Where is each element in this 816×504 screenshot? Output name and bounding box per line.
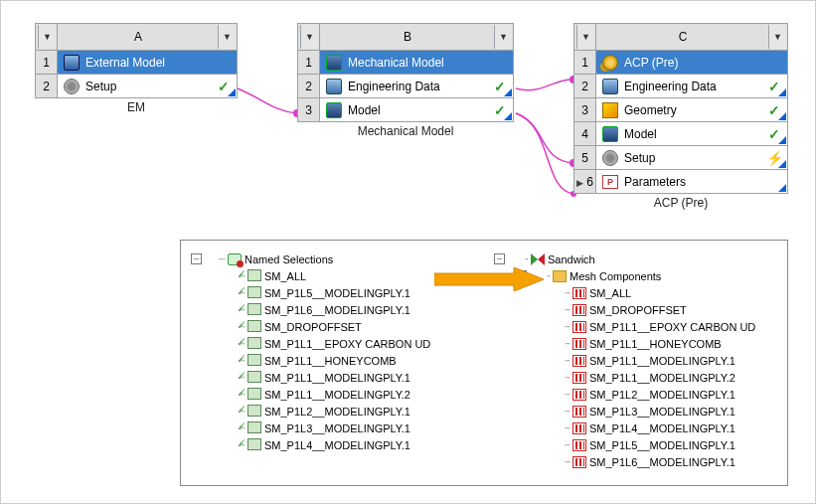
cogs-icon: [602, 55, 618, 71]
tree-item[interactable]: SM_ALL: [264, 270, 306, 282]
row-header-blank[interactable]: ▼: [574, 24, 596, 51]
component-cell[interactable]: Engineering Data✓: [596, 75, 788, 98]
row-header-blank[interactable]: ▼: [36, 24, 58, 51]
component-cell[interactable]: Setup✓: [58, 75, 238, 98]
system-acp-pre[interactable]: ▼ C▼ 1ACP (Pre)2Engineering Data✓3Geomet…: [573, 23, 788, 210]
mesh-component-icon: [572, 372, 586, 384]
named-selection-icon: [247, 388, 261, 400]
dropdown-icon[interactable]: ▼: [768, 25, 786, 49]
column-letter[interactable]: C▼: [596, 24, 788, 51]
tree-item[interactable]: SM_P1L5__MODELINGPLY.1: [589, 439, 735, 451]
dropdown-icon[interactable]: ▼: [494, 25, 512, 49]
tree-root-label[interactable]: Sandwich: [548, 253, 595, 265]
tree-item[interactable]: SM_P1L1__HONEYCOMB: [589, 338, 722, 350]
component-cell[interactable]: Setup⚡: [596, 146, 788, 170]
dropdown-icon[interactable]: ▼: [576, 25, 594, 49]
collapse-icon[interactable]: –: [191, 253, 202, 264]
context-corner-icon[interactable]: [504, 88, 512, 96]
system-mechanical-model[interactable]: ▼ B▼ 1Mechanical Model2Engineering Data✓…: [297, 23, 514, 138]
tree-item[interactable]: SM_P1L2__MODELINGPLY.1: [589, 389, 735, 401]
component-label: Setup: [624, 151, 761, 165]
component-cell[interactable]: ACP (Pre): [596, 51, 788, 75]
row-number[interactable]: 3: [298, 98, 320, 122]
context-corner-icon[interactable]: [778, 160, 786, 168]
named-selection-icon: [247, 354, 261, 366]
named-selection-icon: [247, 405, 261, 417]
component-cell[interactable]: PParameters: [596, 170, 788, 194]
dropdown-icon[interactable]: ▼: [300, 25, 318, 49]
component-cell[interactable]: Geometry✓: [596, 98, 788, 122]
dropdown-icon[interactable]: ▼: [38, 25, 56, 49]
geom-icon: [602, 102, 618, 118]
named-selection-icon: [247, 337, 261, 349]
tree-item[interactable]: SM_P1L2__MODELINGPLY.1: [264, 406, 410, 418]
column-letter[interactable]: A▼: [58, 24, 238, 51]
component-cell[interactable]: Engineering Data✓: [320, 75, 514, 98]
tree-item[interactable]: SM_P1L6__MODELINGPLY.1: [264, 304, 410, 316]
mesh-component-icon: [572, 321, 586, 333]
context-corner-icon[interactable]: [778, 136, 786, 144]
named-selection-icon: [247, 286, 261, 298]
tree-item[interactable]: SM_P1L1__EPOXY CARBON UD: [264, 338, 430, 350]
component-label: Mechanical Model: [348, 56, 487, 70]
component-label: External Model: [85, 56, 211, 70]
context-corner-icon[interactable]: [778, 88, 786, 96]
tree-item[interactable]: SM_P1L1__MODELINGPLY.1: [589, 355, 735, 367]
tree-sub-label[interactable]: Mesh Components: [570, 270, 661, 282]
row-number[interactable]: ▶ 6: [574, 170, 596, 194]
tree-item[interactable]: SM_P1L1__EPOXY CARBON UD: [589, 321, 755, 333]
row-number[interactable]: 4: [574, 122, 596, 146]
named-selection-icon: [247, 421, 261, 433]
tree-item[interactable]: SM_ALL: [589, 287, 631, 299]
row-number[interactable]: 1: [574, 51, 596, 75]
collapse-icon[interactable]: –: [494, 253, 505, 264]
tree-item[interactable]: SM_P1L6__MODELINGPLY.1: [589, 456, 735, 468]
component-label: Geometry: [624, 103, 761, 117]
mesh-component-icon: [572, 304, 586, 316]
mesh-component-icon: [572, 389, 586, 401]
component-cell[interactable]: Model✓: [320, 98, 514, 122]
tree-root-label[interactable]: Named Selections: [245, 253, 333, 265]
system-em[interactable]: ▼ A▼ 1External Model2Setup✓ EM: [35, 23, 238, 114]
row-header-blank[interactable]: ▼: [298, 24, 320, 51]
system-caption[interactable]: EM: [35, 100, 238, 114]
tree-item[interactable]: SM_P1L1__MODELINGPLY.1: [264, 372, 410, 384]
column-letter[interactable]: B▼: [320, 24, 514, 51]
component-label: Engineering Data: [348, 80, 487, 93]
tree-item[interactable]: SM_P1L4__MODELINGPLY.1: [264, 439, 410, 451]
row-number[interactable]: 1: [36, 51, 58, 75]
collapse-icon[interactable]: –: [516, 270, 527, 281]
row-number[interactable]: 2: [36, 75, 58, 98]
row-number[interactable]: 1: [298, 51, 320, 75]
named-selection-icon: [247, 371, 261, 383]
mesh-component-icon: [572, 422, 586, 434]
tree-item[interactable]: SM_P1L3__MODELINGPLY.1: [589, 406, 735, 418]
context-corner-icon[interactable]: [778, 112, 786, 120]
component-label: Model: [624, 127, 761, 141]
tree-item[interactable]: SM_P1L3__MODELINGPLY.1: [264, 422, 410, 434]
context-corner-icon[interactable]: [228, 88, 236, 96]
tree-item[interactable]: SM_DROPOFFSET: [264, 321, 362, 333]
tree-item[interactable]: SM_P1L1__MODELINGPLY.2: [264, 389, 410, 401]
tree-item[interactable]: SM_DROPOFFSET: [589, 304, 687, 316]
row-number[interactable]: 3: [574, 98, 596, 122]
mesh-components-tree[interactable]: – ·· Sandwich – ·· Mesh Components ···SM…: [484, 241, 787, 485]
system-caption[interactable]: ACP (Pre): [573, 196, 788, 210]
component-cell[interactable]: Mechanical Model: [320, 51, 514, 75]
context-corner-icon[interactable]: [504, 112, 512, 120]
tree-item[interactable]: SM_P1L1__MODELINGPLY.2: [589, 372, 735, 384]
row-number[interactable]: 2: [298, 75, 320, 98]
dropdown-icon[interactable]: ▼: [218, 25, 236, 49]
mesh-component-icon: [572, 406, 586, 418]
named-selection-icon: [247, 303, 261, 315]
tree-item[interactable]: SM_P1L4__MODELINGPLY.1: [589, 422, 735, 434]
tree-item[interactable]: SM_P1L1__HONEYCOMB: [264, 355, 397, 367]
component-cell[interactable]: Model✓: [596, 122, 788, 146]
named-selections-tree[interactable]: – ···· Named Selections ····✓SM_ALL····✓…: [181, 241, 484, 485]
context-corner-icon[interactable]: [778, 184, 786, 192]
component-cell[interactable]: External Model: [58, 51, 238, 75]
row-number[interactable]: 2: [574, 75, 596, 98]
row-number[interactable]: 5: [574, 146, 596, 170]
system-caption[interactable]: Mechanical Model: [297, 124, 514, 138]
tree-item[interactable]: SM_P1L5__MODELINGPLY.1: [264, 287, 410, 299]
